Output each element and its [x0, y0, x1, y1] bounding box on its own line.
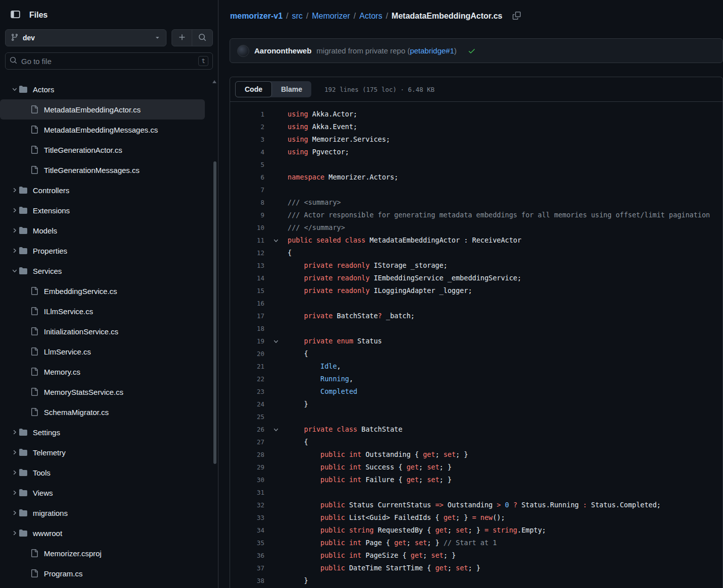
code-line-8: 8/// <summary>	[230, 196, 722, 209]
line-number[interactable]: 2	[230, 121, 264, 133]
tree-item-Controllers[interactable]: Controllers	[0, 180, 205, 200]
fold-spacer	[264, 486, 288, 499]
line-number[interactable]: 27	[230, 436, 264, 448]
tree-item-wwwroot[interactable]: wwwroot	[0, 523, 205, 543]
branch-selector[interactable]: dev	[5, 29, 166, 46]
tree-item-TitleGenerationActor.cs[interactable]: TitleGenerationActor.cs	[0, 140, 205, 160]
line-number[interactable]: 3	[230, 133, 264, 146]
line-number[interactable]: 19	[230, 335, 264, 347]
line-number[interactable]: 17	[230, 310, 264, 322]
tab-blame[interactable]: Blame	[272, 81, 311, 97]
line-number[interactable]: 28	[230, 448, 264, 461]
add-file-button[interactable]	[172, 30, 192, 46]
copy-path-button[interactable]	[510, 9, 524, 23]
fold-toggle-icon[interactable]	[264, 234, 288, 247]
breadcrumb-link-src[interactable]: src	[292, 12, 303, 21]
line-number[interactable]: 26	[230, 423, 264, 436]
tree-item-LlmService.cs[interactable]: LlmService.cs	[0, 341, 205, 362]
tree-item-MemoryStatsService.cs[interactable]: MemoryStatsService.cs	[0, 382, 205, 402]
tree-item-Extensions[interactable]: Extensions	[0, 200, 205, 220]
tree-item-Actors[interactable]: Actors	[0, 79, 205, 99]
line-number[interactable]: 34	[230, 524, 264, 537]
tree-item-MetadataEmbeddingActor.cs[interactable]: MetadataEmbeddingActor.cs	[0, 99, 205, 120]
breadcrumb-link-memorizer-v1[interactable]: memorizer-v1	[230, 12, 283, 21]
line-number[interactable]: 6	[230, 171, 264, 184]
code-text: using Pgvector;	[288, 146, 349, 158]
line-number[interactable]: 22	[230, 373, 264, 385]
line-number[interactable]: 12	[230, 247, 264, 259]
tree-item-Views[interactable]: Views	[0, 483, 205, 503]
fold-spacer	[264, 549, 288, 562]
line-number[interactable]: 15	[230, 284, 264, 297]
commit-author[interactable]: Aaronontheweb	[254, 46, 311, 55]
tree-item-Program.cs[interactable]: Program.cs	[0, 563, 205, 583]
tree-item-migrations[interactable]: migrations	[0, 503, 205, 523]
code-line-38: 38 }	[230, 574, 722, 587]
line-number[interactable]: 14	[230, 272, 264, 284]
line-number[interactable]: 31	[230, 486, 264, 499]
line-number[interactable]: 25	[230, 410, 264, 423]
breadcrumb-link-Actors[interactable]: Actors	[359, 12, 382, 21]
line-number[interactable]: 24	[230, 398, 264, 410]
go-to-file-search[interactable]: t	[5, 52, 213, 70]
tree-item-InitializationService.cs[interactable]: InitializationService.cs	[0, 321, 205, 341]
line-number[interactable]: 18	[230, 322, 264, 335]
line-number[interactable]: 35	[230, 537, 264, 549]
tree-item-label: LlmService.cs	[44, 347, 91, 356]
tree-item-Models[interactable]: Models	[0, 220, 205, 241]
tree-item-Telemetry[interactable]: Telemetry	[0, 442, 205, 462]
tree-item-Services[interactable]: Services	[0, 261, 205, 281]
file-icon	[30, 408, 38, 416]
code-line-24: 24 }	[230, 398, 722, 410]
scrollbar-thumb[interactable]	[213, 161, 216, 464]
line-number[interactable]: 37	[230, 562, 264, 574]
tree-item-SchemaMigrator.cs[interactable]: SchemaMigrator.cs	[0, 402, 205, 422]
tree-item-Tools[interactable]: Tools	[0, 462, 205, 483]
search-tree-button[interactable]	[192, 30, 212, 46]
code-view: 1using Akka.Actor;2using Akka.Event;3usi…	[230, 102, 722, 588]
line-number[interactable]: 13	[230, 259, 264, 272]
tree-item-Memory.cs[interactable]: Memory.cs	[0, 362, 205, 382]
line-number[interactable]: 16	[230, 297, 264, 310]
scrollbar-up-arrow[interactable]	[212, 80, 216, 83]
breadcrumb-link-Memorizer[interactable]: Memorizer	[312, 12, 350, 21]
fold-toggle-icon[interactable]	[264, 423, 288, 436]
commit-pr-link[interactable]: petabridge#1	[410, 46, 454, 55]
avatar[interactable]	[237, 45, 249, 57]
line-number[interactable]: 20	[230, 347, 264, 360]
fold-spacer	[264, 436, 288, 448]
sidebar-scrollbar[interactable]	[213, 79, 217, 588]
collapse-sidebar-button[interactable]	[8, 8, 22, 22]
go-to-file-input[interactable]	[21, 57, 194, 66]
tree-item-ILlmService.cs[interactable]: ILlmService.cs	[0, 301, 205, 321]
tree-item-Properties[interactable]: Properties	[0, 241, 205, 261]
line-number[interactable]: 38	[230, 574, 264, 587]
tree-item-Memorizer.csproj[interactable]: Memorizer.csproj	[0, 543, 205, 563]
line-number[interactable]: 8	[230, 196, 264, 209]
line-number[interactable]: 5	[230, 158, 264, 171]
line-number[interactable]: 29	[230, 461, 264, 474]
check-icon[interactable]	[468, 47, 476, 55]
file-icon	[30, 105, 38, 113]
line-number[interactable]: 23	[230, 385, 264, 398]
line-number[interactable]: 36	[230, 549, 264, 562]
code-line-36: 36 public int PageSize { get; set; }	[230, 549, 722, 562]
code-line-5: 5	[230, 158, 722, 171]
line-number[interactable]: 1	[230, 108, 264, 121]
tab-code[interactable]: Code	[235, 81, 272, 97]
line-number[interactable]: 10	[230, 221, 264, 234]
line-number[interactable]: 33	[230, 511, 264, 524]
code-line-15: 15 private readonly ILoggingAdapter _log…	[230, 284, 722, 297]
line-number[interactable]: 21	[230, 360, 264, 373]
line-number[interactable]: 30	[230, 474, 264, 486]
tree-item-TitleGenerationMessages.cs[interactable]: TitleGenerationMessages.cs	[0, 160, 205, 180]
line-number[interactable]: 7	[230, 184, 264, 196]
tree-item-EmbeddingService.cs[interactable]: EmbeddingService.cs	[0, 281, 205, 301]
line-number[interactable]: 32	[230, 499, 264, 511]
fold-toggle-icon[interactable]	[264, 335, 288, 347]
tree-item-Settings[interactable]: Settings	[0, 422, 205, 442]
line-number[interactable]: 4	[230, 146, 264, 158]
line-number[interactable]: 11	[230, 234, 264, 247]
tree-item-MetadataEmbeddingMessages.cs[interactable]: MetadataEmbeddingMessages.cs	[0, 120, 205, 140]
line-number[interactable]: 9	[230, 209, 264, 221]
